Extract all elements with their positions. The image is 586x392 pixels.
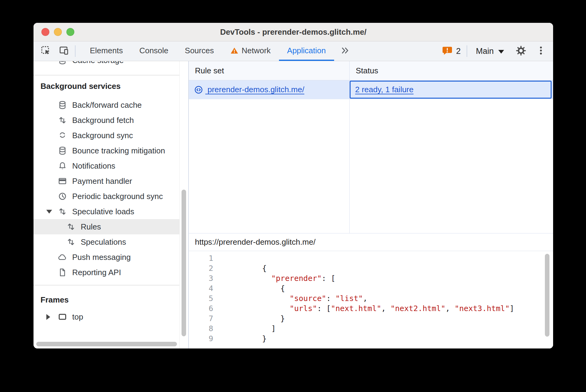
code-plain-token: , (381, 304, 390, 313)
sidebar-item-speculative-loads[interactable]: Speculative loads (34, 204, 179, 219)
database-icon (58, 61, 67, 65)
sidebar-item-back-forward-cache[interactable]: Back/forward cache (34, 97, 179, 113)
code-line: 6 "urls": ["next.html", "next2.html", "n… (189, 303, 553, 313)
code-line: 8 ] (189, 324, 553, 334)
code-plain-token (225, 304, 290, 313)
table-empty-area (349, 99, 553, 233)
code-line-text: "prerender": [ (225, 273, 335, 283)
code-plain-token: : (326, 294, 335, 303)
devtools-content: Cache storage Background services Back/f… (34, 61, 553, 348)
section-header-frames: Frames (34, 293, 179, 307)
code-vertical-scrollbar[interactable] (545, 254, 549, 337)
database-icon (58, 146, 67, 155)
code-plain-token: , (363, 294, 368, 303)
code-string-token: "urls" (290, 304, 317, 313)
sidebar-item-top-frame[interactable]: top (34, 309, 179, 324)
code-line-text: } (225, 313, 285, 324)
arrows-up-down-icon (58, 116, 67, 125)
devtools-window: DevTools - prerender-demos.glitch.me/ El… (34, 23, 553, 348)
customize-devtools-button[interactable] (531, 41, 553, 61)
sidebar-item-notifications[interactable]: Notifications (34, 158, 179, 173)
more-tabs-button[interactable] (334, 41, 356, 61)
sync-icon (58, 131, 67, 140)
code-plain-token: { (225, 264, 267, 273)
rule-set-link[interactable]: prerender-demos.glitch.me/ (205, 85, 304, 94)
sidebar-item-bounce-tracking-mitigation[interactable]: Bounce tracking mitigation (34, 143, 179, 158)
bell-icon (58, 161, 67, 170)
target-selector-value: Main (476, 47, 494, 56)
sidebar-item-periodic-background-sync[interactable]: Periodic background sync (34, 189, 179, 204)
code-line: 2 { (189, 263, 553, 273)
twisty-down-icon[interactable] (46, 210, 53, 214)
application-sidebar: Cache storage Background services Back/f… (34, 61, 189, 348)
table-empty-area (189, 99, 349, 233)
sidebar-item-payment-handler[interactable]: Payment handler (34, 173, 179, 189)
tab-elements[interactable]: Elements (82, 41, 131, 61)
code-line: 3 "prerender": [ (189, 273, 553, 283)
toggle-device-toolbar-button[interactable] (55, 41, 73, 61)
inspect-element-button[interactable] (37, 41, 55, 61)
sidebar-section-divider (34, 75, 179, 75)
rule-set-code-view[interactable]: 12 {3 "prerender": [4 {5 "source": "list… (189, 251, 553, 348)
gear-icon (515, 45, 527, 58)
device-toolbar-icon (59, 45, 69, 57)
issues-counter[interactable]: 2 (438, 41, 465, 61)
column-header-status: Status (349, 61, 553, 80)
sidebar-item-background-fetch[interactable]: Background fetch (34, 113, 179, 128)
tab-console[interactable]: Console (131, 41, 176, 61)
code-string-token: "list" (335, 294, 363, 303)
code-plain-token: ] (225, 324, 276, 333)
toolbar-spacer (356, 41, 438, 61)
line-number: 3 (189, 273, 213, 283)
sidebar-item-speculations[interactable]: Speculations (34, 234, 179, 250)
minimize-button[interactable] (54, 28, 62, 36)
more-tabs-icon (340, 46, 350, 57)
code-string-token: "next2.html" (390, 304, 446, 313)
sidebar-item-cache-storage[interactable]: Cache storage (34, 61, 179, 68)
sidebar-item-reporting-api[interactable]: Reporting API (34, 265, 179, 280)
section-header-background-services: Background services (34, 79, 179, 93)
code-line: 1 (189, 253, 553, 263)
line-number: 1 (189, 253, 213, 263)
document-icon (58, 268, 67, 277)
code-plain-token: } (225, 334, 267, 343)
arrows-up-down-icon (66, 222, 76, 231)
code-plain-token: : [ (322, 274, 335, 283)
code-plain-token: ] (510, 304, 514, 313)
code-line-text: { (225, 283, 285, 293)
clock-icon (58, 192, 67, 201)
inspect-icon (41, 45, 51, 57)
target-selector[interactable]: Main (469, 41, 511, 61)
tab-application[interactable]: Application (279, 41, 334, 61)
status-link[interactable]: 2 ready, 1 failure (355, 85, 414, 94)
rule-set-source-url: https://prerender-demos.glitch.me/ (189, 233, 553, 251)
sidebar-item-push-messaging[interactable]: Push messaging (34, 250, 179, 265)
tab-sources[interactable]: Sources (177, 41, 222, 61)
code-plain-token (225, 294, 290, 303)
cloud-icon (58, 253, 67, 262)
issues-badge-icon (442, 46, 453, 57)
sidebar-item-background-sync[interactable]: Background sync (34, 128, 179, 143)
code-plain-token (225, 274, 271, 283)
code-line-text: ] (225, 324, 276, 334)
line-number: 2 (189, 263, 213, 273)
sidebar-horizontal-scrollbar[interactable] (36, 342, 177, 346)
tab-network[interactable]: Network (222, 41, 279, 61)
sidebar-item-rules[interactable]: Rules (34, 219, 179, 234)
line-number: 9 (189, 334, 213, 344)
zoom-button[interactable] (66, 28, 74, 36)
devtools-toolbar: Elements Console Sources Network Applica… (34, 41, 553, 61)
sidebar-vertical-scrollbar[interactable] (182, 190, 186, 336)
kebab-menu-icon (536, 45, 549, 57)
toolbar-divider (75, 45, 76, 57)
status-cell[interactable]: 2 ready, 1 failure (349, 80, 553, 99)
credit-card-icon (58, 177, 67, 186)
settings-button[interactable] (511, 41, 531, 61)
dropdown-arrow-icon (498, 47, 504, 56)
close-button[interactable] (41, 28, 49, 36)
twisty-right-icon[interactable] (46, 314, 53, 320)
code-line: 9 } (189, 334, 553, 344)
rule-set-cell[interactable]: prerender-demos.glitch.me/ (189, 80, 349, 99)
line-number: 8 (189, 324, 213, 334)
code-plain-token: , (446, 304, 455, 313)
